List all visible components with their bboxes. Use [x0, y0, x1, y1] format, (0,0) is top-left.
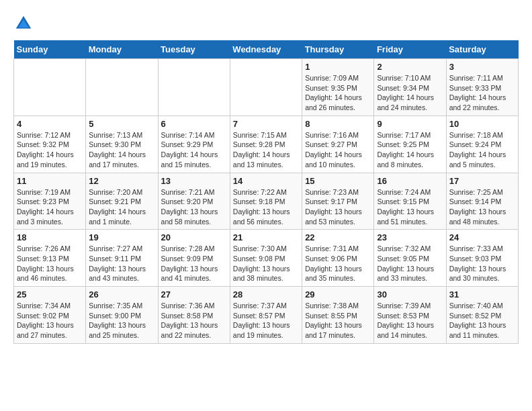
calendar-cell: 6Sunrise: 7:14 AM Sunset: 9:29 PM Daylig…: [158, 116, 230, 173]
day-number: 9: [377, 119, 443, 129]
week-row-1: 1Sunrise: 7:09 AM Sunset: 9:35 PM Daylig…: [14, 59, 519, 116]
day-number: 4: [17, 119, 83, 129]
day-info: Sunrise: 7:12 AM Sunset: 9:32 PM Dayligh…: [17, 130, 83, 170]
day-info: Sunrise: 7:36 AM Sunset: 8:58 PM Dayligh…: [161, 301, 227, 340]
day-info: Sunrise: 7:14 AM Sunset: 9:29 PM Dayligh…: [161, 130, 227, 170]
day-number: 31: [449, 289, 515, 300]
calendar-cell: 26Sunrise: 7:35 AM Sunset: 9:00 PM Dayli…: [86, 287, 158, 344]
day-info: Sunrise: 7:17 AM Sunset: 9:25 PM Dayligh…: [377, 130, 443, 170]
day-number: 17: [449, 176, 515, 186]
calendar-cell: 29Sunrise: 7:38 AM Sunset: 8:55 PM Dayli…: [302, 287, 374, 344]
week-row-2: 4Sunrise: 7:12 AM Sunset: 9:32 PM Daylig…: [14, 116, 519, 173]
day-header-thursday: Thursday: [302, 40, 374, 59]
calendar-cell: 1Sunrise: 7:09 AM Sunset: 9:35 PM Daylig…: [302, 59, 374, 116]
calendar-cell: 12Sunrise: 7:20 AM Sunset: 9:21 PM Dayli…: [86, 173, 158, 230]
day-number: 7: [233, 119, 299, 129]
day-number: 28: [233, 289, 299, 300]
calendar-cell: 8Sunrise: 7:16 AM Sunset: 9:27 PM Daylig…: [302, 116, 374, 173]
calendar-cell: 16Sunrise: 7:24 AM Sunset: 9:15 PM Dayli…: [374, 173, 446, 230]
calendar-cell: 21Sunrise: 7:30 AM Sunset: 9:08 PM Dayli…: [230, 230, 302, 287]
calendar-cell: 19Sunrise: 7:27 AM Sunset: 9:11 PM Dayli…: [86, 230, 158, 287]
calendar-cell: 4Sunrise: 7:12 AM Sunset: 9:32 PM Daylig…: [14, 116, 86, 173]
calendar-cell: [86, 59, 158, 116]
day-header-friday: Friday: [374, 40, 446, 59]
day-info: Sunrise: 7:35 AM Sunset: 9:00 PM Dayligh…: [89, 301, 154, 340]
day-number: 8: [305, 119, 371, 129]
day-number: 14: [233, 176, 299, 186]
logo: [13, 13, 36, 34]
calendar-cell: 3Sunrise: 7:11 AM Sunset: 9:33 PM Daylig…: [446, 59, 518, 116]
week-row-4: 18Sunrise: 7:26 AM Sunset: 9:13 PM Dayli…: [14, 230, 519, 287]
day-info: Sunrise: 7:37 AM Sunset: 8:57 PM Dayligh…: [233, 301, 299, 340]
day-info: Sunrise: 7:13 AM Sunset: 9:30 PM Dayligh…: [89, 130, 154, 170]
calendar-cell: 13Sunrise: 7:21 AM Sunset: 9:20 PM Dayli…: [158, 173, 230, 230]
day-number: 20: [161, 232, 227, 242]
day-number: 24: [449, 232, 515, 242]
day-number: 23: [377, 232, 443, 242]
day-header-sunday: Sunday: [14, 40, 86, 59]
day-number: 21: [233, 232, 299, 242]
calendar-cell: 17Sunrise: 7:25 AM Sunset: 9:14 PM Dayli…: [446, 173, 518, 230]
day-header-tuesday: Tuesday: [158, 40, 230, 59]
day-number: 16: [377, 176, 443, 186]
day-number: 12: [89, 176, 154, 186]
week-row-3: 11Sunrise: 7:19 AM Sunset: 9:23 PM Dayli…: [14, 173, 519, 230]
day-number: 18: [17, 232, 83, 242]
day-number: 27: [161, 289, 227, 300]
day-info: Sunrise: 7:11 AM Sunset: 9:33 PM Dayligh…: [449, 73, 515, 113]
day-info: Sunrise: 7:33 AM Sunset: 9:03 PM Dayligh…: [449, 244, 515, 283]
day-info: Sunrise: 7:28 AM Sunset: 9:09 PM Dayligh…: [161, 244, 227, 283]
day-info: Sunrise: 7:10 AM Sunset: 9:34 PM Dayligh…: [377, 73, 443, 113]
day-number: 13: [161, 176, 227, 186]
calendar-cell: 5Sunrise: 7:13 AM Sunset: 9:30 PM Daylig…: [86, 116, 158, 173]
calendar-cell: 10Sunrise: 7:18 AM Sunset: 9:24 PM Dayli…: [446, 116, 518, 173]
day-info: Sunrise: 7:40 AM Sunset: 8:52 PM Dayligh…: [449, 301, 515, 340]
day-info: Sunrise: 7:23 AM Sunset: 9:17 PM Dayligh…: [305, 187, 371, 227]
day-number: 29: [305, 289, 371, 300]
calendar-cell: 28Sunrise: 7:37 AM Sunset: 8:57 PM Dayli…: [230, 287, 302, 344]
day-number: 30: [377, 289, 443, 300]
day-info: Sunrise: 7:16 AM Sunset: 9:27 PM Dayligh…: [305, 130, 371, 170]
calendar-cell: 23Sunrise: 7:32 AM Sunset: 9:05 PM Dayli…: [374, 230, 446, 287]
calendar-cell: [158, 59, 230, 116]
day-number: 2: [377, 62, 443, 72]
day-info: Sunrise: 7:38 AM Sunset: 8:55 PM Dayligh…: [305, 301, 371, 340]
day-number: 10: [449, 119, 515, 129]
day-number: 1: [305, 62, 371, 72]
day-header-saturday: Saturday: [446, 40, 518, 59]
day-info: Sunrise: 7:18 AM Sunset: 9:24 PM Dayligh…: [449, 130, 515, 170]
day-number: 25: [17, 289, 83, 300]
header: [13, 13, 519, 34]
calendar-cell: [14, 59, 86, 116]
calendar-cell: 15Sunrise: 7:23 AM Sunset: 9:17 PM Dayli…: [302, 173, 374, 230]
week-row-5: 25Sunrise: 7:34 AM Sunset: 9:02 PM Dayli…: [14, 287, 519, 344]
day-info: Sunrise: 7:25 AM Sunset: 9:14 PM Dayligh…: [449, 187, 515, 227]
calendar-cell: 9Sunrise: 7:17 AM Sunset: 9:25 PM Daylig…: [374, 116, 446, 173]
day-number: 11: [17, 176, 83, 186]
calendar-cell: 27Sunrise: 7:36 AM Sunset: 8:58 PM Dayli…: [158, 287, 230, 344]
day-number: 26: [89, 289, 154, 300]
day-info: Sunrise: 7:15 AM Sunset: 9:28 PM Dayligh…: [233, 130, 299, 170]
calendar-cell: 14Sunrise: 7:22 AM Sunset: 9:18 PM Dayli…: [230, 173, 302, 230]
calendar-cell: [230, 59, 302, 116]
day-info: Sunrise: 7:30 AM Sunset: 9:08 PM Dayligh…: [233, 244, 299, 283]
calendar-cell: 22Sunrise: 7:31 AM Sunset: 9:06 PM Dayli…: [302, 230, 374, 287]
day-info: Sunrise: 7:27 AM Sunset: 9:11 PM Dayligh…: [89, 244, 154, 283]
day-info: Sunrise: 7:34 AM Sunset: 9:02 PM Dayligh…: [17, 301, 83, 340]
day-info: Sunrise: 7:21 AM Sunset: 9:20 PM Dayligh…: [161, 187, 227, 227]
day-info: Sunrise: 7:39 AM Sunset: 8:53 PM Dayligh…: [377, 301, 443, 340]
header-row: SundayMondayTuesdayWednesdayThursdayFrid…: [14, 40, 519, 59]
day-info: Sunrise: 7:31 AM Sunset: 9:06 PM Dayligh…: [305, 244, 371, 283]
day-number: 22: [305, 232, 371, 242]
calendar-cell: 18Sunrise: 7:26 AM Sunset: 9:13 PM Dayli…: [14, 230, 86, 287]
day-number: 3: [449, 62, 515, 72]
calendar-cell: 30Sunrise: 7:39 AM Sunset: 8:53 PM Dayli…: [374, 287, 446, 344]
day-number: 5: [89, 119, 154, 129]
calendar-cell: 24Sunrise: 7:33 AM Sunset: 9:03 PM Dayli…: [446, 230, 518, 287]
day-info: Sunrise: 7:09 AM Sunset: 9:35 PM Dayligh…: [305, 73, 371, 113]
day-info: Sunrise: 7:22 AM Sunset: 9:18 PM Dayligh…: [233, 187, 299, 227]
day-info: Sunrise: 7:26 AM Sunset: 9:13 PM Dayligh…: [17, 244, 83, 283]
day-header-monday: Monday: [86, 40, 158, 59]
calendar-cell: 20Sunrise: 7:28 AM Sunset: 9:09 PM Dayli…: [158, 230, 230, 287]
calendar-cell: 11Sunrise: 7:19 AM Sunset: 9:23 PM Dayli…: [14, 173, 86, 230]
